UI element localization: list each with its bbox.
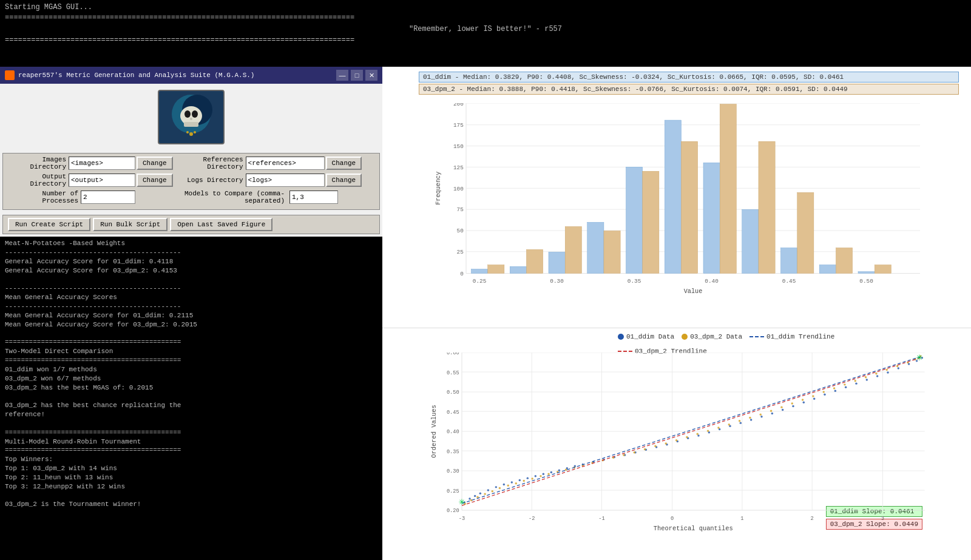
legend-ddim-data: 01_ddim Data (618, 333, 674, 340)
minimize-button[interactable]: — (336, 70, 348, 81)
log-line: 03_dpm_2 has the best MGAS of: 0.2015 (5, 383, 377, 393)
svg-point-173 (697, 433, 699, 435)
references-change-button[interactable]: Change (326, 157, 362, 170)
log-line (5, 275, 377, 284)
log-area[interactable]: Meat-N-Potatoes -Based Weights----------… (0, 237, 382, 560)
terminal-top: Starting MGAS GUI... ===================… (0, 0, 971, 67)
log-line: Top Winners: (5, 455, 377, 464)
form-area: Images Directory Change References Direc… (2, 153, 380, 210)
svg-point-151 (492, 490, 493, 492)
svg-point-184 (812, 395, 814, 397)
svg-point-153 (507, 485, 509, 487)
svg-point-130 (760, 416, 762, 417)
svg-rect-36 (510, 266, 526, 273)
log-line: ========================================… (5, 338, 377, 347)
logs-change-button[interactable]: Change (326, 174, 362, 187)
svg-line-196 (462, 356, 922, 504)
num-processes-label: Number of Processes (8, 190, 81, 204)
svg-text:Value: Value (684, 288, 703, 295)
run-create-button[interactable]: Run Create Script (8, 218, 90, 231)
log-line: Mean General Accuracy Score for 01_ddim:… (5, 311, 377, 320)
svg-point-98 (469, 498, 470, 499)
svg-text:0.55: 0.55 (447, 370, 459, 376)
svg-rect-52 (819, 265, 836, 273)
svg-point-170 (665, 442, 667, 444)
histogram-panel: 01_ddim - Median: 0.3829, P90: 0.4408, S… (382, 67, 971, 328)
svg-point-107 (535, 475, 536, 477)
svg-point-140 (866, 379, 868, 380)
svg-point-182 (791, 402, 793, 404)
images-input[interactable] (69, 157, 135, 170)
logs-input[interactable] (246, 174, 325, 187)
window-title: reaper557's Metric Generation and Analys… (18, 72, 336, 79)
svg-rect-43 (643, 171, 659, 273)
svg-point-176 (728, 423, 730, 425)
svg-point-172 (686, 436, 688, 438)
models-input[interactable] (289, 191, 338, 204)
num-processes-input[interactable] (81, 191, 135, 204)
svg-text:0.45: 0.45 (782, 278, 796, 285)
svg-text:-2: -2 (529, 516, 535, 522)
svg-point-188 (854, 380, 856, 382)
ddim-trend-line (749, 336, 764, 337)
output-change-button[interactable]: Change (137, 174, 173, 187)
output-input[interactable] (69, 174, 135, 187)
svg-rect-48 (742, 209, 759, 273)
svg-point-150 (484, 493, 486, 494)
svg-point-155 (523, 480, 525, 482)
log-line: ----------------------------------------… (5, 248, 377, 257)
svg-rect-47 (720, 104, 736, 273)
svg-point-13 (194, 131, 196, 133)
svg-point-181 (780, 406, 782, 408)
svg-point-142 (887, 371, 888, 373)
svg-rect-10 (184, 122, 198, 127)
run-bulk-button[interactable]: Run Bulk Script (93, 218, 167, 231)
svg-text:Theoretical quantiles: Theoretical quantiles (654, 525, 733, 532)
svg-text:25: 25 (457, 249, 464, 255)
maximize-button[interactable]: □ (351, 70, 363, 81)
svg-point-137 (834, 390, 836, 392)
svg-point-11 (189, 132, 193, 136)
log-line (5, 329, 377, 338)
svg-point-138 (845, 386, 847, 388)
svg-rect-49 (759, 141, 775, 273)
svg-text:Frequency: Frequency (436, 172, 442, 205)
svg-text:50: 50 (457, 228, 464, 234)
form-row-2: Output Directory Change Logs Directory C… (8, 173, 374, 187)
svg-point-4 (184, 110, 191, 118)
close-button[interactable]: ✕ (365, 70, 377, 81)
svg-point-171 (675, 439, 677, 441)
svg-point-103 (503, 484, 505, 485)
charts-panel: 01_ddim - Median: 0.3829, P90: 0.4408, S… (382, 67, 971, 560)
svg-point-160 (565, 469, 567, 471)
log-line: 03_dpm_2 is the Tournament winner! (5, 500, 377, 509)
svg-text:0: 0 (460, 271, 464, 277)
open-figure-button[interactable]: Open Last Saved Figure (170, 218, 272, 231)
svg-rect-44 (665, 120, 681, 273)
svg-point-12 (186, 131, 189, 133)
svg-point-133 (792, 405, 794, 407)
log-line: 03_dpm_2 has the best chance replicating… (5, 401, 377, 410)
window-titlebar: reaper557's Metric Generation and Analys… (0, 67, 382, 84)
svg-text:125: 125 (453, 164, 464, 171)
svg-text:200: 200 (453, 103, 464, 107)
svg-point-5 (192, 110, 198, 118)
log-line: Mean General Accuracy Score for 03_dpm_2… (5, 320, 377, 329)
svg-text:0.60: 0.60 (447, 353, 459, 356)
terminal-quote: "Remember, lower IS better!" - r557 (5, 23, 966, 36)
svg-point-106 (527, 477, 529, 479)
log-line: Meat-N-Potatoes -Based Weights (5, 239, 377, 248)
images-change-button[interactable]: Change (137, 157, 173, 170)
svg-point-175 (717, 427, 719, 428)
svg-point-136 (824, 394, 825, 396)
svg-text:2: 2 (811, 516, 814, 522)
references-input[interactable] (246, 157, 325, 170)
svg-rect-34 (472, 269, 488, 273)
svg-point-102 (495, 486, 497, 488)
log-line: 01_ddim won 1/7 methods (5, 365, 377, 374)
log-line: ========================================… (5, 446, 377, 455)
svg-rect-46 (703, 163, 720, 273)
qqplot-svg: 0.20 0.25 0.30 0.35 0.40 0.45 0.50 0.55 … (407, 353, 959, 542)
app-logo (158, 90, 225, 144)
svg-point-139 (855, 382, 857, 384)
